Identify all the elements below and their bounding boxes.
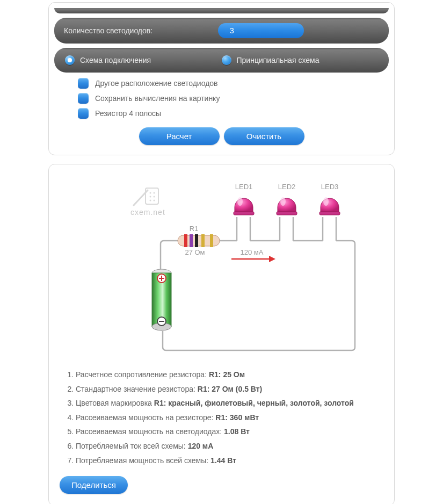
checkbox-icon — [78, 108, 89, 119]
result-item: Цветовая маркировка R1: красный, фиолето… — [76, 396, 387, 411]
led2-label: LED2 — [278, 183, 295, 191]
svg-rect-8 — [178, 235, 220, 246]
led2-icon — [277, 197, 297, 215]
share-button[interactable]: Поделиться — [60, 476, 128, 494]
led3-label: LED3 — [321, 183, 338, 191]
circuit-svg: cxem.net — [82, 175, 361, 358]
led-count-label: Количество светодиодов: — [64, 26, 218, 35]
radio-dot-icon — [222, 55, 231, 65]
svg-point-19 — [280, 197, 286, 206]
radio-dot-icon — [65, 55, 75, 65]
checkbox-icon — [78, 78, 89, 89]
result-item: Потребляемая мощность всей схемы: 1.44 В… — [76, 453, 387, 468]
result-item: Расчетное сопротивление резистора: R1: 2… — [76, 368, 387, 382]
action-buttons: Расчет Очистить — [54, 127, 389, 145]
svg-point-5 — [153, 196, 155, 198]
svg-rect-16 — [234, 212, 254, 215]
schema-type-row: Схема подключения Принципиальная схема — [54, 48, 389, 73]
led1-icon — [234, 197, 254, 215]
result-item: Рассеиваемая мощность на светодиодах: 1.… — [76, 424, 387, 439]
svg-point-3 — [153, 192, 155, 194]
results-panel: cxem.net — [48, 164, 395, 504]
svg-rect-20 — [319, 212, 340, 215]
led-count-row: Количество светодиодов: 3 — [54, 18, 389, 44]
svg-point-6 — [149, 200, 151, 201]
circuit-diagram: cxem.net — [56, 175, 387, 358]
radio-connection-scheme[interactable]: Схема подключения — [65, 55, 222, 65]
svg-point-7 — [153, 200, 155, 201]
clear-button[interactable]: Очистить — [224, 127, 304, 145]
radio-principal-scheme[interactable]: Принципиальная схема — [222, 55, 379, 65]
resistor-r1-icon — [178, 234, 220, 247]
svg-rect-18 — [277, 212, 297, 215]
check-label: Сохранить вычисления на картинку — [95, 94, 220, 103]
radio-connection-label: Схема подключения — [80, 56, 151, 64]
led1-label: LED1 — [235, 183, 252, 191]
watermark-icon — [134, 188, 158, 205]
check-label: Резистор 4 полосы — [95, 109, 161, 118]
check-label: Другое расположение светодиодов — [95, 79, 218, 88]
svg-rect-9 — [184, 234, 187, 247]
current-arrow-icon — [231, 256, 275, 262]
svg-point-4 — [149, 196, 151, 198]
svg-rect-12 — [201, 234, 205, 247]
resistor-value: 27 Ом — [185, 248, 205, 256]
svg-marker-15 — [269, 256, 275, 262]
resistor-label: R1 — [189, 225, 198, 233]
calculator-form-panel: Количество светодиодов: 3 Схема подключе… — [48, 2, 395, 155]
battery-icon — [152, 269, 171, 330]
svg-rect-11 — [195, 234, 198, 247]
result-item: Потребляемый ток всей схемы: 120 мА — [76, 439, 387, 453]
checkbox-icon — [78, 93, 89, 104]
led-count-input[interactable]: 3 — [218, 23, 304, 38]
result-item: Рассеиваемая мощность на резисторе: R1: … — [76, 411, 387, 425]
options-checklist: Другое расположение светодиодов Сохранит… — [78, 78, 389, 119]
svg-point-2 — [149, 192, 151, 194]
check-resistor-4band[interactable]: Резистор 4 полосы — [78, 108, 389, 119]
svg-rect-10 — [190, 234, 193, 247]
result-item: Стандартное значение резистора: R1: 27 О… — [76, 382, 387, 397]
check-other-arrangement[interactable]: Другое расположение светодиодов — [78, 78, 389, 89]
calculate-button[interactable]: Расчет — [139, 127, 220, 145]
check-save-image[interactable]: Сохранить вычисления на картинку — [78, 93, 389, 104]
results-list: Расчетное сопротивление резистора: R1: 2… — [76, 368, 387, 467]
previous-row-edge — [54, 8, 389, 13]
svg-point-17 — [237, 197, 243, 206]
watermark-text: cxem.net — [130, 208, 165, 217]
current-label: 120 мА — [240, 248, 263, 256]
radio-principal-label: Принципиальная схема — [237, 56, 319, 64]
led3-icon — [319, 197, 340, 215]
svg-rect-13 — [210, 234, 213, 247]
svg-point-21 — [323, 197, 329, 206]
